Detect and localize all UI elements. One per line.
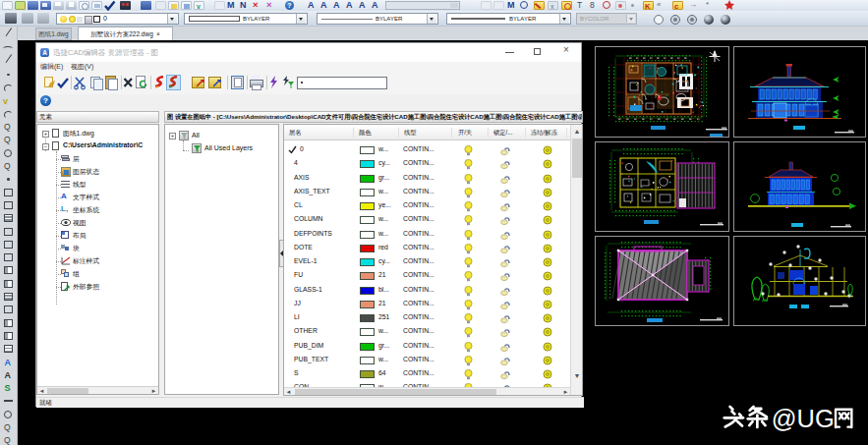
svg-text:@UG: @UG [772,405,835,432]
